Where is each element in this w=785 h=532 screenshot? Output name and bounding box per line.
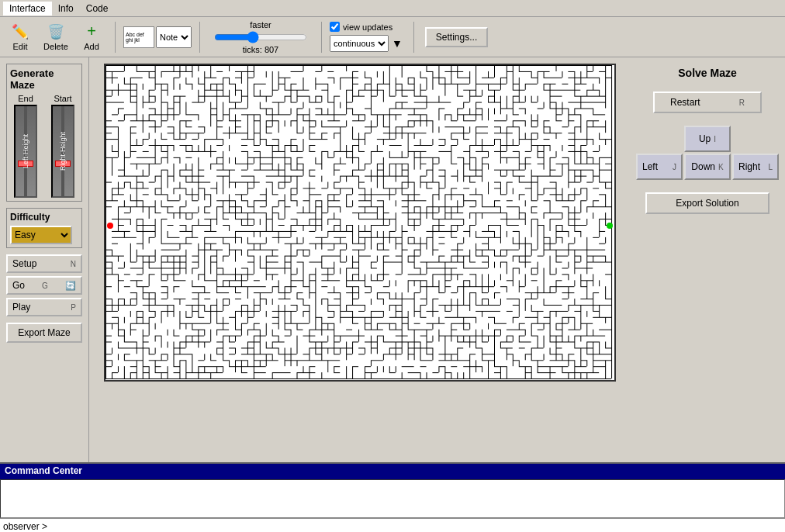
continuous-select[interactable]: continuous once xyxy=(330,35,389,52)
go-label: Go xyxy=(12,280,25,291)
maze-canvas xyxy=(104,64,616,382)
edit-icon: ✏️ xyxy=(12,23,29,40)
restart-label: Restart xyxy=(670,97,700,108)
speed-label: faster xyxy=(250,20,271,29)
menu-code[interactable]: Code xyxy=(80,2,115,16)
view-updates-row: view updates xyxy=(330,22,403,32)
setup-shortcut: N xyxy=(71,260,76,268)
note-select[interactable]: Note xyxy=(156,26,192,48)
difficulty-section: Difficulty Easy Medium Hard xyxy=(6,208,82,248)
setup-button[interactable]: Setup N xyxy=(6,254,82,273)
note-preview: Abc def ghi jkl xyxy=(123,26,154,48)
edit-label: Edit xyxy=(13,42,28,51)
maze-drawing xyxy=(105,65,614,380)
controls-area: view updates continuous once ▼ xyxy=(330,22,403,52)
delete-icon: 🗑️ xyxy=(47,23,64,40)
toolbar-divider-3 xyxy=(321,22,322,53)
up-button[interactable]: Up I xyxy=(684,126,731,152)
left-height-slider[interactable]: Left-Height xyxy=(14,105,37,198)
observer-label: observer > xyxy=(3,521,47,532)
bottom-section: Command Center observer > xyxy=(0,462,785,532)
add-label: Add xyxy=(84,42,99,51)
start-indicator xyxy=(107,223,113,229)
view-updates-label: view updates xyxy=(343,22,392,32)
left-button[interactable]: Left J xyxy=(636,154,683,180)
go-icon: 🔄 xyxy=(65,281,76,291)
add-icon: + xyxy=(87,22,96,40)
up-label: Up xyxy=(699,133,711,144)
command-center-body[interactable] xyxy=(0,479,785,518)
solve-maze-title: Solve Maze xyxy=(678,67,736,79)
restart-shortcut: R xyxy=(739,98,745,107)
end-indicator xyxy=(607,223,613,229)
toolbar-divider-4 xyxy=(413,22,414,53)
down-button[interactable]: Down K xyxy=(684,154,731,180)
toolbar-divider-1 xyxy=(115,22,116,53)
end-slider-col: End Left-Height xyxy=(14,94,37,198)
action-buttons: Setup N Go G 🔄 Play P xyxy=(6,254,82,316)
difficulty-select[interactable]: Easy Medium Hard xyxy=(10,226,72,244)
toolbar: ✏️ Edit 🗑️ Delete + Add Abc def ghi jkl … xyxy=(0,17,785,57)
go-shortcut: G xyxy=(42,282,48,290)
observer-bar: observer > xyxy=(0,518,785,532)
main-content: Generate Maze End Left-Height Start R xyxy=(0,57,785,462)
left-label: Left xyxy=(642,161,658,172)
continuous-arrow: ▼ xyxy=(392,37,403,50)
generate-maze-section: Generate Maze End Left-Height Start R xyxy=(6,64,82,202)
command-center-title: Command Center xyxy=(0,464,785,479)
end-label: End xyxy=(18,94,33,103)
note-area: Abc def ghi jkl Note xyxy=(123,26,192,48)
left-panel: Generate Maze End Left-Height Start R xyxy=(0,57,89,462)
left-height-label: Left-Height xyxy=(22,134,29,168)
start-label: Start xyxy=(54,94,71,103)
delete-button[interactable]: 🗑️ Delete xyxy=(40,20,71,54)
toolbar-divider-2 xyxy=(199,22,200,53)
down-shortcut: K xyxy=(718,163,724,171)
menu-interface[interactable]: Interface xyxy=(3,2,52,16)
ticks-label: ticks: 807 xyxy=(243,45,278,54)
delete-label: Delete xyxy=(43,42,68,51)
play-button[interactable]: Play P xyxy=(6,298,82,316)
right-height-slider[interactable]: Right-Height xyxy=(51,105,74,198)
right-button[interactable]: Right L xyxy=(732,154,779,180)
speed-area: faster ticks: 807 xyxy=(214,20,307,54)
right-shortcut: L xyxy=(768,163,773,171)
menu-info[interactable]: Info xyxy=(52,2,80,16)
maze-area xyxy=(89,57,630,462)
view-updates-checkbox[interactable] xyxy=(330,22,340,32)
generate-maze-title: Generate Maze xyxy=(10,67,78,91)
export-solution-button[interactable]: Export Solution xyxy=(645,192,769,214)
speed-slider[interactable] xyxy=(214,31,307,43)
export-maze-button[interactable]: Export Maze xyxy=(6,323,82,343)
sliders-row: End Left-Height Start Right-Height xyxy=(10,94,78,198)
direction-pad: Up I Left J Down K Right L xyxy=(636,126,779,180)
right-panel: Solve Maze Restart R Up I Left J Down K … xyxy=(630,57,785,462)
play-label: Play xyxy=(12,302,30,313)
start-slider-col: Start Right-Height xyxy=(51,94,74,198)
play-shortcut: P xyxy=(71,303,76,312)
add-button[interactable]: + Add xyxy=(76,20,107,54)
continuous-row: continuous once ▼ xyxy=(330,35,403,52)
edit-button[interactable]: ✏️ Edit xyxy=(5,20,36,54)
settings-button[interactable]: Settings... xyxy=(425,27,488,47)
right-height-label: Right-Height xyxy=(59,132,67,171)
right-label: Right xyxy=(738,161,760,172)
left-shortcut: J xyxy=(673,163,676,171)
difficulty-label: Difficulty xyxy=(10,212,78,223)
menu-bar: Interface Info Code xyxy=(0,0,785,17)
setup-label: Setup xyxy=(12,258,36,269)
go-button[interactable]: Go G 🔄 xyxy=(6,276,82,295)
restart-button[interactable]: Restart R xyxy=(653,92,762,113)
up-shortcut: I xyxy=(714,135,716,143)
down-label: Down xyxy=(691,161,715,172)
